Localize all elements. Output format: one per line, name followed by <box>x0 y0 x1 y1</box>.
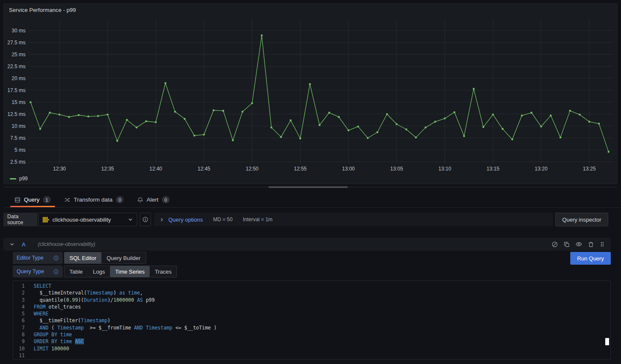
transform-icon <box>64 197 70 203</box>
svg-text:12:55: 12:55 <box>294 166 306 172</box>
code-text: AND ( Timestamp >= $__fromTime AND Times… <box>34 324 217 331</box>
info-circle-icon[interactable] <box>53 255 59 261</box>
query-inspector-button[interactable]: Query inspector <box>555 213 608 226</box>
svg-text:10 ms: 10 ms <box>12 123 26 129</box>
svg-text:22.5 ms: 22.5 ms <box>7 64 26 69</box>
query-options-toggle[interactable]: Query options MD = 50 Interval = 1m <box>154 213 553 226</box>
timeseries-panel: 2.5 ms5 ms7.5 ms10 ms12.5 ms15 ms17.5 ms… <box>3 3 618 184</box>
svg-text:25 ms: 25 ms <box>12 52 26 58</box>
duplicate-query-icon[interactable] <box>563 241 570 248</box>
tab-transform-data[interactable]: Transform data 0 <box>59 192 129 207</box>
svg-text:13:10: 13:10 <box>439 166 451 172</box>
code-line: 2 $__timeInterval(Timestamp) as time, <box>13 289 610 296</box>
line-number: 9 <box>13 338 34 345</box>
line-number: 5 <box>13 310 34 317</box>
editor-type-label: Editor Type <box>17 255 43 261</box>
svg-text:13:20: 13:20 <box>535 166 548 172</box>
tab-query-count: 1 <box>43 196 51 203</box>
svg-text:12:30: 12:30 <box>53 166 66 172</box>
timeseries-svg[interactable]: 2.5 ms5 ms7.5 ms10 ms12.5 ms15 ms17.5 ms… <box>4 4 617 184</box>
svg-text:13:00: 13:00 <box>342 166 355 172</box>
editor-type-option-sql-editor[interactable]: SQL Editor <box>64 252 101 263</box>
code-line: 10LIMIT 100000 <box>13 345 610 352</box>
query-options-label: Query options <box>168 217 203 223</box>
code-text: $__timeInterval(Timestamp) as time, <box>34 289 143 296</box>
code-text: quantile(0.99)(Duration)/1000000 AS p99 <box>34 297 155 303</box>
panel-title[interactable]: Service Performance - p99 <box>9 7 76 13</box>
tab-alert-count: 0 <box>162 196 170 203</box>
line-number: 1 <box>13 283 34 289</box>
code-line: 11 <box>13 352 610 359</box>
query-type-option-logs[interactable]: Logs <box>88 266 110 277</box>
code-line: 5WHERE <box>13 310 610 317</box>
database-icon <box>14 197 20 203</box>
clickhouse-logo-icon <box>43 217 49 223</box>
datasource-label: Data source <box>3 213 38 226</box>
datasource-row: Data source clickhouse-observability Que… <box>3 213 608 226</box>
line-number: 8 <box>13 331 34 338</box>
datasource-help-button[interactable] <box>140 213 151 226</box>
code-line: 6 $__timeFilter(Timestamp) <box>13 317 610 324</box>
editor-type-label-box: Editor Type <box>13 252 63 264</box>
run-query-button[interactable]: Run Query <box>570 252 611 265</box>
legend-series-swatch <box>10 178 16 179</box>
line-number: 6 <box>13 317 34 324</box>
code-line: 7 AND ( Timestamp >= $__fromTime AND Tim… <box>13 324 610 331</box>
query-type-label-box: Query Type <box>13 266 63 277</box>
legend-series-label: p99 <box>19 176 28 182</box>
code-line: 4FROM otel_traces <box>13 303 610 310</box>
query-type-option-table[interactable]: Table <box>64 266 88 277</box>
query-type-option-traces[interactable]: Traces <box>150 266 176 277</box>
collapse-chevron-icon[interactable] <box>9 242 14 247</box>
svg-text:2.5 ms: 2.5 ms <box>10 159 26 165</box>
svg-text:12:50: 12:50 <box>246 166 258 172</box>
svg-text:7.5 ms: 7.5 ms <box>10 135 26 141</box>
line-number: 2 <box>13 289 34 296</box>
line-number: 4 <box>13 303 34 310</box>
query-row-header[interactable]: A (clickhouse-observability) <box>3 238 611 251</box>
svg-text:12.5 ms: 12.5 ms <box>7 111 26 117</box>
disable-query-icon[interactable] <box>552 241 558 248</box>
query-type-group: TableLogsTime SeriesTraces <box>64 266 177 277</box>
code-text: SELECT <box>34 283 52 289</box>
svg-text:13:05: 13:05 <box>390 166 403 172</box>
legend-item-p99[interactable]: p99 <box>10 176 28 182</box>
code-text: WHERE <box>34 310 49 317</box>
svg-text:20 ms: 20 ms <box>12 75 26 81</box>
svg-text:17.5 ms: 17.5 ms <box>7 87 26 93</box>
chevron-down-icon <box>128 217 133 222</box>
drag-handle-icon[interactable] <box>600 241 605 247</box>
query-row-actions <box>552 241 605 248</box>
toggle-visibility-icon[interactable] <box>575 241 582 248</box>
info-circle-icon[interactable] <box>53 269 59 274</box>
editor-type-option-query-builder[interactable]: Query Builder <box>101 252 145 263</box>
query-type-option-time-series[interactable]: Time Series <box>110 266 150 277</box>
code-text: FROM otel_traces <box>34 303 81 310</box>
max-data-points-value: MD = 50 <box>213 217 233 222</box>
tab-query[interactable]: Query 1 <box>9 192 56 207</box>
horizontal-scrollbar-track[interactable] <box>3 186 618 188</box>
line-number: 11 <box>13 352 34 359</box>
datasource-value: clickhouse-observability <box>52 217 124 223</box>
code-line: 8GROUP BY time <box>13 331 610 338</box>
svg-text:15 ms: 15 ms <box>12 99 26 105</box>
editor-type-row: Editor Type SQL EditorQuery Builder Run … <box>13 252 611 264</box>
code-text: LIMIT 100000 <box>34 345 69 352</box>
horizontal-scrollbar-thumb[interactable] <box>269 186 348 188</box>
svg-text:13:15: 13:15 <box>487 166 500 172</box>
editor-tabs: Query 1 Transform data 0 Alert 0 <box>3 192 621 208</box>
line-number: 10 <box>13 345 34 352</box>
delete-query-icon[interactable] <box>588 241 594 248</box>
query-datasource-hint: (clickhouse-observability) <box>38 241 95 247</box>
line-number: 3 <box>13 297 34 303</box>
editor-type-group: SQL EditorQuery Builder <box>64 252 146 264</box>
query-type-row: Query Type TableLogsTime SeriesTraces <box>13 266 611 277</box>
datasource-picker[interactable]: clickhouse-observability <box>38 213 137 226</box>
tab-alert[interactable]: Alert 0 <box>132 192 175 207</box>
svg-text:12:40: 12:40 <box>149 166 162 172</box>
svg-text:30 ms: 30 ms <box>12 28 26 34</box>
chart-area[interactable]: 2.5 ms5 ms7.5 ms10 ms12.5 ms15 ms17.5 ms… <box>4 4 617 184</box>
sql-editor[interactable]: 1SELECT2 $__timeInterval(Timestamp) as t… <box>13 280 611 360</box>
code-line: 9ORDER BY time ASC <box>13 338 610 345</box>
svg-text:27.5 ms: 27.5 ms <box>7 40 26 46</box>
